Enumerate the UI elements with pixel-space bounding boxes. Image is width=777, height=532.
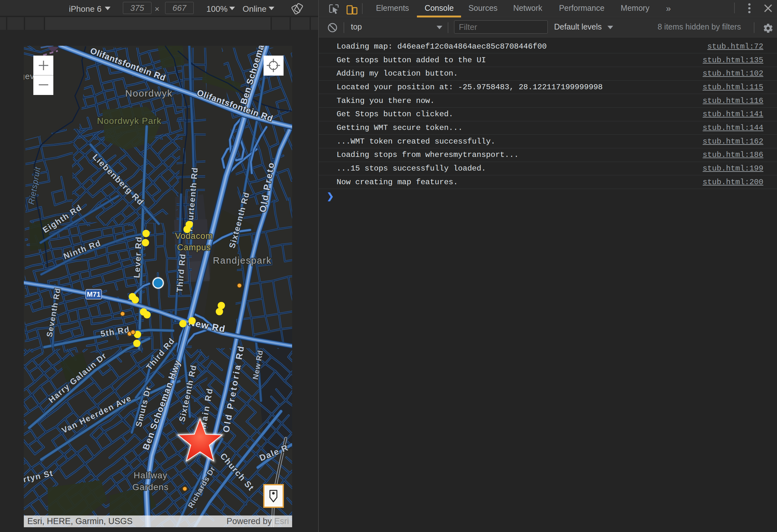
svg-text:Vodacom: Vodacom [175,231,213,241]
svg-text:Noordwyk: Noordwyk [125,88,173,98]
svg-text:M71: M71 [87,290,101,298]
svg-text:Halfway: Halfway [134,470,168,480]
svg-text:Campus: Campus [177,243,211,252]
svg-text:Gardens: Gardens [132,482,169,492]
svg-text:gev: gev [24,72,34,81]
svg-text:Randjespark: Randjespark [213,255,272,265]
svg-text:Noordwyk Park: Noordwyk Park [97,116,161,126]
